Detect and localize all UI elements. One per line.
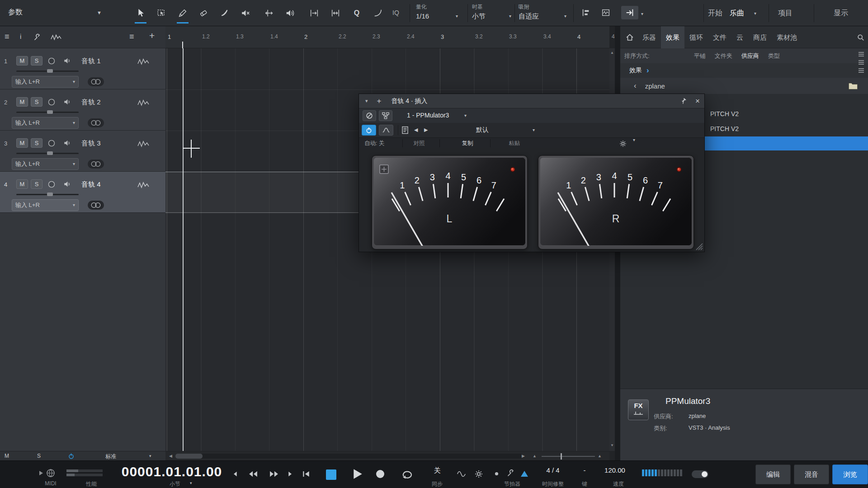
arrange-horizontal-scrollbar[interactable]: ◀ ▶ ▲ ▲ — [165, 451, 609, 460]
record-button[interactable] — [374, 468, 386, 480]
nav-project-button[interactable]: 项目 — [778, 9, 793, 18]
zoom-out-icon[interactable]: ▲ — [533, 454, 537, 458]
track-mode-button[interactable] — [137, 140, 149, 150]
record-arm-button[interactable] — [46, 56, 57, 66]
browse-view-button[interactable]: 浏览 — [832, 465, 868, 484]
solo-button[interactable]: S — [31, 138, 42, 148]
paint-tool-button[interactable] — [176, 7, 189, 19]
monitor-button[interactable] — [61, 56, 72, 66]
close-icon[interactable]: × — [695, 97, 700, 106]
scroll-up-icon[interactable]: ▲ — [610, 51, 614, 55]
snap-grid-button[interactable] — [579, 6, 593, 19]
key-value[interactable]: - — [578, 466, 591, 474]
playhead-ruler-marker[interactable] — [182, 42, 183, 48]
add-track-button[interactable]: + — [149, 30, 155, 41]
chevron-left-icon[interactable]: ‹ — [634, 81, 637, 90]
chevron-down-icon[interactable]: ▾ — [633, 138, 635, 142]
stereo-input-toggle[interactable] — [88, 118, 104, 127]
mute-button[interactable]: M — [16, 97, 28, 107]
arrow-tool-button[interactable] — [134, 7, 147, 19]
timestretch2-tool-button[interactable] — [329, 7, 342, 19]
scroll-down-icon[interactable]: ▼ — [610, 443, 614, 447]
timestretch-tool-button[interactable] — [308, 7, 321, 19]
edit-view-button[interactable]: 编辑 — [755, 465, 791, 484]
mute-button[interactable]: M — [16, 138, 28, 148]
track-list-icon[interactable]: ≡ — [5, 32, 9, 42]
fast-forward-button[interactable] — [268, 468, 280, 480]
mix-view-button[interactable]: 混音 — [794, 465, 829, 484]
track-mode-button[interactable] — [137, 181, 149, 191]
track-name[interactable]: 音轨 1 — [81, 57, 101, 66]
sync-settings-button[interactable] — [473, 468, 485, 480]
track-size-select[interactable]: 标准 — [105, 453, 116, 460]
volume-handle[interactable] — [47, 192, 53, 196]
input-select[interactable]: 输入 L+R▾ — [12, 199, 79, 211]
stereo-input-toggle[interactable] — [88, 77, 104, 86]
chevron-down-icon[interactable]: ▾ — [190, 481, 192, 485]
sort-option-type[interactable]: 类型 — [768, 52, 780, 60]
input-select[interactable]: 输入 L+R▾ — [12, 158, 79, 170]
track-mode-button[interactable] — [137, 57, 149, 67]
autoscroll-button[interactable] — [621, 6, 638, 19]
track-name[interactable]: 音轨 4 — [81, 180, 101, 189]
copy-button[interactable]: 复制 — [454, 138, 481, 149]
automation-mode[interactable]: 自动: 关 — [364, 138, 384, 149]
sort-option-vendor[interactable]: 供应商 — [741, 52, 759, 60]
preset-list-button[interactable] — [401, 126, 409, 136]
rewind-button[interactable] — [247, 468, 259, 480]
time-signature[interactable]: 4 / 4 — [537, 466, 569, 474]
sort-option-folder[interactable]: 文件夹 — [715, 52, 732, 60]
record-arm-button[interactable] — [46, 179, 57, 189]
params-dropdown[interactable]: 参数 ▼ — [0, 0, 133, 26]
track-row[interactable]: 3 M S 音轨 3 输入 L+R▾ — [0, 131, 165, 172]
stereo-input-toggle[interactable] — [88, 160, 104, 169]
track-mode-button[interactable] — [137, 99, 149, 108]
preset-select[interactable]: 默认 — [460, 126, 505, 134]
volume-slider[interactable] — [16, 70, 79, 72]
automation-button[interactable] — [51, 33, 61, 42]
zoom-in-icon[interactable]: ▲ — [598, 454, 602, 458]
compare-button[interactable]: 对照 — [406, 138, 433, 149]
solo-button[interactable]: S — [31, 97, 42, 107]
time-display[interactable]: 00001.01.01.00 — [115, 464, 228, 479]
nav-song-button[interactable]: 乐曲 — [730, 9, 744, 18]
inspector-info-icon[interactable]: i — [20, 33, 21, 40]
tab-loops[interactable]: 循环 — [684, 26, 708, 48]
timebase-select[interactable]: 小节 — [472, 12, 486, 21]
chevron-down-icon[interactable]: ▾ — [464, 113, 467, 118]
chevron-down-icon[interactable]: ▾ — [456, 14, 458, 19]
volume-handle[interactable] — [47, 69, 53, 73]
time-format-select[interactable]: 小节 — [161, 480, 189, 488]
insert-slot-select[interactable]: 1 - PPMulator3 — [407, 112, 449, 119]
tab-shop[interactable]: 商店 — [748, 26, 772, 48]
track-name[interactable]: 音轨 2 — [81, 98, 101, 107]
volume-slider[interactable] — [16, 112, 79, 113]
mute-button[interactable]: M — [16, 56, 28, 66]
snap-select[interactable]: 自适应 — [519, 12, 539, 21]
track-row-selected[interactable]: 4 M S 音轨 4 输入 L+R▾ — [0, 172, 165, 213]
split-tool-button[interactable] — [218, 7, 231, 19]
tempo-value[interactable]: 120.00 — [597, 466, 633, 474]
bypass-all-button[interactable] — [363, 110, 376, 121]
automation-curve-button[interactable] — [379, 125, 393, 136]
return-to-start-button[interactable] — [300, 468, 312, 480]
monitor-button[interactable] — [61, 97, 72, 107]
folder-header-row[interactable]: ‹ zplane — [620, 78, 868, 94]
playhead[interactable] — [183, 48, 184, 451]
search-button[interactable] — [855, 32, 866, 43]
volume-handle[interactable] — [47, 110, 53, 114]
setup-button[interactable] — [33, 33, 42, 43]
paste-button[interactable]: 粘贴 — [501, 138, 528, 149]
zoom-slider-handle[interactable] — [561, 453, 562, 460]
routing-button[interactable] — [379, 110, 392, 121]
scrollbar-handle[interactable] — [175, 454, 203, 459]
pin-icon[interactable] — [679, 97, 687, 105]
nav-start-button[interactable]: 开始 — [708, 9, 722, 18]
solo-button[interactable]: S — [31, 56, 42, 66]
metronome-setup-button[interactable] — [505, 467, 516, 479]
plugin-window[interactable]: ▾ + 音轨 4 · 插入 × 1 - PPMulator3 ▾ ◀ ▶ 默认 … — [359, 94, 704, 252]
expand-icon[interactable] — [380, 165, 388, 174]
global-solo-button[interactable]: S — [37, 453, 41, 459]
scroll-left-icon[interactable]: ◀ — [169, 454, 172, 458]
record-arm-button[interactable] — [46, 97, 57, 107]
